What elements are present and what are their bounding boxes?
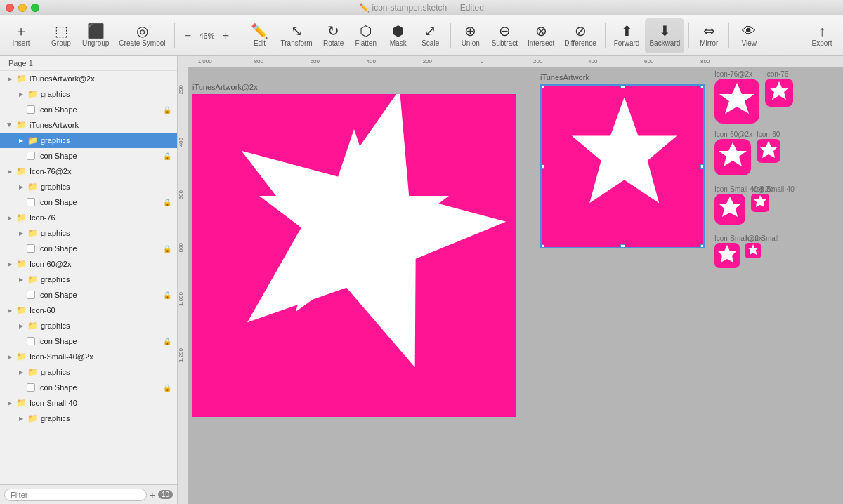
star-icon-small — [745, 243, 761, 258]
sidebar-item-icon60-2x[interactable]: ▶ 📁 Icon-60@2x — [0, 256, 177, 272]
layer-checkbox[interactable] — [27, 291, 35, 299]
union-button[interactable]: ⊕ Union — [455, 18, 486, 53]
subtract-button[interactable]: ⊖ Subtract — [488, 18, 522, 53]
sidebar-item-graphics-7[interactable]: ▶ 📁 graphics — [0, 364, 177, 380]
chevron-right-icon: ▶ — [6, 260, 14, 268]
create-symbol-button[interactable]: ◎ Create Symbol — [115, 18, 169, 53]
sidebar-item-graphics-3[interactable]: ▶ 📁 graphics — [0, 179, 177, 194]
scale-icon: ⤢ — [424, 24, 436, 38]
folder-icon: 📁 — [15, 352, 27, 361]
chevron-right-icon: ▶ — [6, 399, 14, 407]
ungroup-button[interactable]: ⬛ Ungroup — [78, 18, 113, 53]
mask-button[interactable]: ⬢ Mask — [383, 18, 414, 53]
sidebar-item-iconshape-6[interactable]: ▶ Icon Shape 🔒 — [0, 333, 177, 349]
sidebar-item-itunes2x[interactable]: ▶ 📁 iTunesArtwork@2x — [0, 71, 177, 86]
folder-blue-icon: 📁 — [27, 136, 38, 145]
canvas-icon-76-2x[interactable] — [714, 79, 759, 124]
sidebar-item-iconshape-3[interactable]: ▶ Icon Shape 🔒 — [0, 194, 177, 210]
canvas-icon-small-2x[interactable] — [714, 243, 740, 268]
close-button[interactable] — [6, 4, 14, 12]
sidebar-item-iconshape-7[interactable]: ▶ Icon Shape 🔒 — [0, 380, 177, 395]
intersect-button[interactable]: ⊗ Intersect — [523, 18, 558, 53]
edit-button[interactable]: ✏️ Edit — [244, 18, 275, 53]
window-controls[interactable] — [6, 4, 39, 12]
sidebar-item-graphics-5[interactable]: ▶ 📁 graphics — [0, 272, 177, 287]
sidebar-item-graphics-2[interactable]: ▶ 📁 graphics — [0, 133, 177, 148]
sidebar-item-graphics-4[interactable]: ▶ 📁 graphics — [0, 225, 177, 241]
sidebar-item-iconshape-5[interactable]: ▶ Icon Shape 🔒 — [0, 287, 177, 303]
artboard-itunes2x[interactable] — [192, 94, 516, 417]
difference-button[interactable]: ⊘ Difference — [560, 18, 600, 53]
canvas-icon-small-40-2x[interactable] — [714, 194, 745, 225]
star-graphic-large — [192, 94, 516, 417]
toolbar-separator-4 — [450, 23, 451, 48]
toolbar: ＋ Insert ⬚ Group ⬛ Ungroup ◎ Create Symb… — [0, 15, 843, 56]
svg-marker-8 — [754, 195, 766, 207]
canvas-label-iconsmall: Icon-Small — [745, 234, 778, 242]
svg-marker-7 — [719, 197, 741, 217]
add-layer-icon[interactable]: + — [150, 489, 155, 500]
canvas-icon-small[interactable] — [745, 243, 761, 258]
chevron-right-icon: ▶ — [17, 321, 25, 330]
canvas-icon-60[interactable] — [757, 139, 780, 163]
sidebar-item-graphics-6[interactable]: ▶ 📁 graphics — [0, 318, 177, 333]
sidebar-item-graphics-8[interactable]: ▶ 📁 graphics — [0, 411, 177, 426]
star-icon-76 — [765, 79, 793, 107]
layer-checkbox[interactable] — [27, 337, 35, 345]
canvas-ruler-row: 200 400 600 800 1,000 1,200 iTunesArtwor… — [178, 67, 843, 504]
star-icon-60 — [757, 139, 780, 163]
sidebar-item-graphics-1[interactable]: ▶ 📁 graphics — [0, 86, 177, 102]
export-button[interactable]: ↑ Export — [806, 18, 837, 53]
rotate-icon: ↻ — [327, 24, 339, 38]
sidebar-item-iconshape-4[interactable]: ▶ Icon Shape 🔒 — [0, 241, 177, 256]
union-icon: ⊕ — [464, 24, 476, 38]
canvas-icon-60-2x[interactable] — [714, 139, 751, 175]
star-icon-small40-2x — [714, 194, 745, 225]
svg-marker-5 — [719, 142, 747, 166]
layer-checkbox[interactable] — [27, 152, 35, 160]
layers-list[interactable]: ▶ 📁 iTunesArtwork@2x ▶ 📁 graphics ▶ Icon… — [0, 71, 177, 484]
layer-checkbox[interactable] — [27, 244, 35, 253]
sidebar-item-icon76[interactable]: ▶ 📁 Icon-76 — [0, 210, 177, 225]
insert-button[interactable]: ＋ Insert — [6, 18, 37, 53]
maximize-button[interactable] — [31, 4, 39, 12]
group-button[interactable]: ⬚ Group — [46, 18, 77, 53]
selection-handle-ml — [540, 164, 544, 169]
scale-button[interactable]: ⤢ Scale — [415, 18, 446, 53]
sidebar-item-icon76-2x[interactable]: ▶ 📁 Icon-76@2x — [0, 164, 177, 179]
sidebar-item-icon60[interactable]: ▶ 📁 Icon-60 — [0, 303, 177, 318]
filter-input[interactable] — [4, 489, 147, 501]
canvas-viewport[interactable]: iTunesArtwork@2x iTunesArtwork — [189, 67, 843, 504]
chevron-right-icon: ▶ — [6, 306, 14, 314]
forward-button[interactable]: ⬆ Forward — [610, 18, 644, 53]
filter-count-badge: 10 — [158, 490, 173, 499]
backward-button[interactable]: ⬇ Backward — [645, 18, 684, 53]
mirror-button[interactable]: ⇔ Mirror — [693, 18, 724, 53]
transform-button[interactable]: ⤡ Transform — [277, 18, 317, 53]
sidebar-item-iconsmall40[interactable]: ▶ 📁 Icon-Small-40 — [0, 395, 177, 411]
sidebar-item-iconshape-1[interactable]: ▶ Icon Shape 🔒 — [0, 102, 177, 117]
artboard-itunes[interactable] — [540, 84, 705, 248]
titlebar: ✏️ icon-stamper.sketch — Edited — [0, 0, 843, 15]
svg-marker-3 — [719, 83, 754, 114]
layer-checkbox[interactable] — [27, 105, 35, 114]
selection-handle-tm — [620, 84, 625, 88]
sidebar-item-iconsmall40-2x[interactable]: ▶ 📁 Icon-Small-40@2x — [0, 349, 177, 364]
sidebar-item-iconshape-2[interactable]: ▶ Icon Shape 🔒 — [0, 148, 177, 164]
layer-checkbox[interactable] — [27, 198, 35, 206]
canvas-icon-76[interactable] — [765, 79, 793, 107]
minimize-button[interactable] — [18, 4, 27, 12]
insert-icon: ＋ — [14, 24, 28, 38]
canvas-icon-small-40[interactable] — [751, 194, 769, 212]
zoom-out-button[interactable]: − — [182, 29, 195, 42]
svg-marker-4 — [769, 81, 789, 100]
intersect-icon: ⊗ — [535, 24, 547, 38]
view-button[interactable]: 👁 View — [733, 18, 764, 53]
star-icon-60-2x — [714, 139, 751, 175]
rotate-button[interactable]: ↻ Rotate — [318, 18, 349, 53]
artboard-label-itunes: iTunesArtwork — [540, 73, 589, 81]
layer-checkbox[interactable] — [27, 383, 35, 392]
zoom-in-button[interactable]: + — [220, 29, 233, 42]
sidebar-item-itunes[interactable]: ▶ 📁 iTunesArtwork — [0, 117, 177, 133]
flatten-button[interactable]: ⬡ Flatten — [351, 18, 381, 53]
